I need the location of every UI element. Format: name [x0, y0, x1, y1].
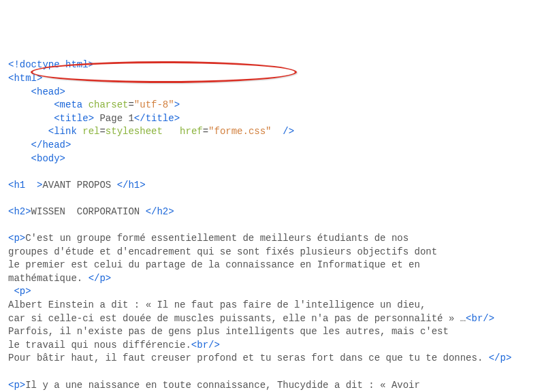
p2-line2: car si celle-ci est douée de muscles pui…: [8, 313, 466, 324]
doctype-tag: <!doctype html>: [8, 59, 94, 70]
p3-line1: Il y a une naissance en toute connaissan…: [25, 380, 420, 391]
link-open: <link: [48, 126, 77, 137]
p2-line4: le travail qui nous différencie.: [8, 340, 191, 350]
h2-text: WISSEN CORPORATION: [31, 206, 146, 217]
br-tag: <br/>: [191, 340, 220, 350]
h1-text: AVANT PROPOS: [42, 180, 116, 191]
p3-open: <p>: [8, 380, 25, 391]
p1-line4: mathématique.: [8, 273, 89, 284]
p2-line1: Albert Einstein a dit : « Il ne faut pas…: [8, 299, 426, 310]
p1-line2: groupes d'étude et d'encadrement qui se …: [8, 246, 437, 257]
title-open: <title>: [54, 113, 94, 124]
head-close: </head>: [31, 140, 71, 150]
p2-line3: Parfois, il n'existe pas de gens plus in…: [8, 326, 449, 337]
h1-open: <h1: [8, 180, 25, 191]
title-close: </title>: [134, 113, 180, 124]
body-open: <body>: [31, 153, 65, 164]
p2-open: <p>: [14, 286, 31, 297]
p2-close: </p>: [489, 353, 512, 363]
meta-open: <meta: [54, 99, 82, 110]
href-value: "forme.css": [208, 126, 271, 137]
title-text: Page 1: [94, 113, 134, 124]
p1-close: </p>: [89, 273, 112, 284]
html-open: <html>: [8, 73, 42, 84]
h2-open: <h2>: [8, 206, 31, 217]
p1-line1: C'est un groupe formé essentiellement de…: [25, 233, 409, 244]
rel-value: stylesheet: [106, 126, 163, 137]
h2-close: </h2>: [146, 206, 174, 217]
charset-value: "utf-8": [134, 99, 174, 110]
href-attr: href: [180, 126, 203, 137]
rel-attr: rel: [82, 126, 99, 137]
br-tag: <br/>: [466, 313, 494, 324]
h1-close: </h1>: [117, 180, 146, 191]
p1-open: <p>: [8, 233, 25, 244]
code-block: <!doctype html> <html> <head> <meta char…: [8, 59, 551, 392]
charset-attr: charset: [89, 99, 129, 110]
p2-line5: Pour bâtir haut, il faut creuser profond…: [8, 353, 489, 363]
p1-line3: le premier est celui du partage de la co…: [8, 259, 420, 270]
head-open: <head>: [31, 86, 65, 97]
